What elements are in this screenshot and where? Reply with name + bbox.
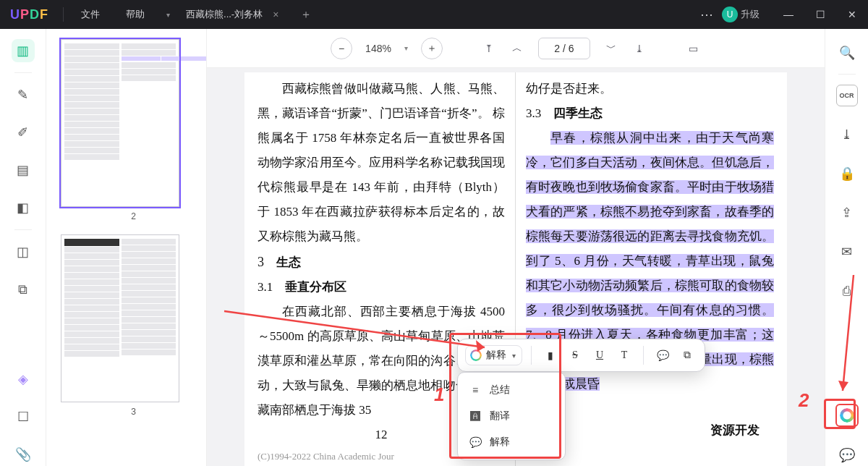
first-page-icon[interactable]: ⤒ xyxy=(482,40,496,57)
redact-icon[interactable]: ◧ xyxy=(12,196,35,219)
thumbnail-label-3: 3 xyxy=(61,407,206,417)
viewer-toolbar: − 148% ▾ ＋ ⤒ ︿ ﹀ ⤓ ▭ xyxy=(207,29,825,68)
ai-icon xyxy=(470,350,482,361)
ai-chip-label: 解释 xyxy=(486,349,506,362)
ai-chip-dropdown-icon[interactable]: ▾ xyxy=(511,352,517,360)
page-thumbnail-3[interactable] xyxy=(61,234,179,402)
selection-toolbar: 解释 ▾ ▮ S U T 💬 ⧉ xyxy=(457,339,705,372)
thumbnail-label-2: 2 xyxy=(61,211,206,221)
section-title: 生态 xyxy=(276,255,301,269)
next-page-icon[interactable]: ﹀ xyxy=(603,39,619,58)
highlight-tool-icon[interactable]: ▮ xyxy=(540,345,561,365)
strikethrough-tool-icon[interactable]: S xyxy=(565,345,585,365)
ai-assistant-button[interactable] xyxy=(835,404,859,427)
ai-menu-translate[interactable]: 🅰 翻译 xyxy=(458,403,565,429)
zoom-out-button[interactable]: − xyxy=(331,38,352,59)
form-icon[interactable]: ▤ xyxy=(12,158,35,182)
share-icon[interactable]: ⇪ xyxy=(836,202,858,224)
copy-tool-icon[interactable]: ⧉ xyxy=(677,345,697,365)
body-text: 幼仔是否赶来。 xyxy=(526,77,774,101)
export-icon[interactable]: ⤓ xyxy=(836,124,858,145)
ai-dropdown-menu: ≡ 总结 🅰 翻译 💬 解释 xyxy=(457,372,566,460)
ocr-icon[interactable]: OCR xyxy=(836,85,858,106)
subsection-title: 垂直分布区 xyxy=(285,280,346,294)
subsection-number: 3.3 xyxy=(526,106,541,120)
highlighter-icon[interactable]: ✎ xyxy=(12,83,35,106)
ai-menu-label: 解释 xyxy=(490,436,510,449)
underline-tool-icon[interactable]: U xyxy=(590,345,610,365)
search-icon[interactable]: 🔍 xyxy=(836,42,858,64)
tab-close-icon[interactable]: × xyxy=(268,9,283,20)
zoom-percent: 148% xyxy=(365,43,391,54)
note-tool-icon[interactable]: 💬 xyxy=(652,345,673,365)
translate-icon: 🅰 xyxy=(469,410,481,422)
new-tab-button[interactable]: ＋ xyxy=(290,7,322,22)
more-menu-icon[interactable]: ⋯ xyxy=(693,7,722,22)
subsection-number: 3.1 xyxy=(258,280,273,294)
ai-icon xyxy=(840,408,854,423)
page-thumbnail-2[interactable] xyxy=(61,39,179,207)
menu-help[interactable]: 帮助 xyxy=(113,8,158,21)
list-icon: ≡ xyxy=(469,384,481,396)
section-number: 3 xyxy=(258,255,264,269)
page-input[interactable] xyxy=(538,38,590,59)
protect-icon[interactable]: 🔒 xyxy=(836,163,858,185)
bookmark-icon[interactable]: ☐ xyxy=(12,405,35,428)
right-toolbar: 🔍 OCR ⤓ 🔒 ⇪ ✉ ⎙ 💬 xyxy=(825,29,868,466)
comment-icon[interactable]: 💬 xyxy=(836,444,858,466)
subsection-title: 四季生态 xyxy=(553,106,603,120)
zoom-in-button[interactable]: ＋ xyxy=(421,38,443,59)
zoom-dropdown-icon[interactable]: ▾ xyxy=(404,44,408,52)
ai-menu-summary[interactable]: ≡ 总结 xyxy=(458,377,565,403)
window-close-icon[interactable]: ✕ xyxy=(836,9,868,20)
explain-icon: 💬 xyxy=(469,436,481,448)
thumbnails-icon[interactable]: ▥ xyxy=(12,39,35,62)
document-tab[interactable]: 西藏棕熊...-刘务林 × xyxy=(179,0,290,29)
workspace: ▥ ✎ ✐ ▤ ◧ ◫ ⧉ ◈ ☐ 📎 xyxy=(0,29,868,466)
window-minimize-icon[interactable]: — xyxy=(773,9,804,20)
tab-title: 西藏棕熊...-刘务林 xyxy=(186,8,263,21)
avatar[interactable]: U xyxy=(722,7,738,22)
thumbnail-panel: 2 xyxy=(46,29,207,466)
compare-icon[interactable]: ⧉ xyxy=(12,278,35,301)
app-logo: UPDF xyxy=(0,7,59,22)
crop-icon[interactable]: ◫ xyxy=(12,240,35,263)
window-maximize-icon[interactable]: ☐ xyxy=(804,9,836,20)
print-icon[interactable]: ⎙ xyxy=(836,280,858,302)
left-toolbar: ▥ ✎ ✐ ▤ ◧ ◫ ⧉ ◈ ☐ 📎 xyxy=(0,29,46,466)
ai-menu-explain[interactable]: 💬 解释 xyxy=(458,429,565,455)
pen-icon[interactable]: ✐ xyxy=(12,121,35,144)
tab-dropdown-icon[interactable]: ▾ xyxy=(158,11,179,19)
attachment-icon[interactable]: 📎 xyxy=(12,443,35,466)
last-page-icon[interactable]: ⤓ xyxy=(632,40,647,57)
text-tool-icon[interactable]: T xyxy=(614,345,634,365)
layers-icon[interactable]: ◈ xyxy=(12,368,35,391)
ai-explain-chip[interactable]: 解释 ▾ xyxy=(465,345,522,365)
presentation-icon[interactable]: ▭ xyxy=(686,40,701,57)
ai-menu-label: 总结 xyxy=(490,384,510,397)
prev-page-icon[interactable]: ︿ xyxy=(509,39,525,58)
ai-menu-label: 翻译 xyxy=(490,410,510,423)
upgrade-link[interactable]: 升级 xyxy=(741,8,773,21)
email-icon[interactable]: ✉ xyxy=(836,241,858,263)
titlebar: UPDF 文件 帮助 ▾ 西藏棕熊...-刘务林 × ＋ ⋯ U 升级 — ☐ … xyxy=(0,0,868,29)
menu-file[interactable]: 文件 xyxy=(68,8,113,21)
body-text: 西藏棕熊曾做叫做藏马熊、人熊、马熊、黑，藏语译音“折蒙”、门巴语译音“折冬”。 … xyxy=(258,77,505,249)
